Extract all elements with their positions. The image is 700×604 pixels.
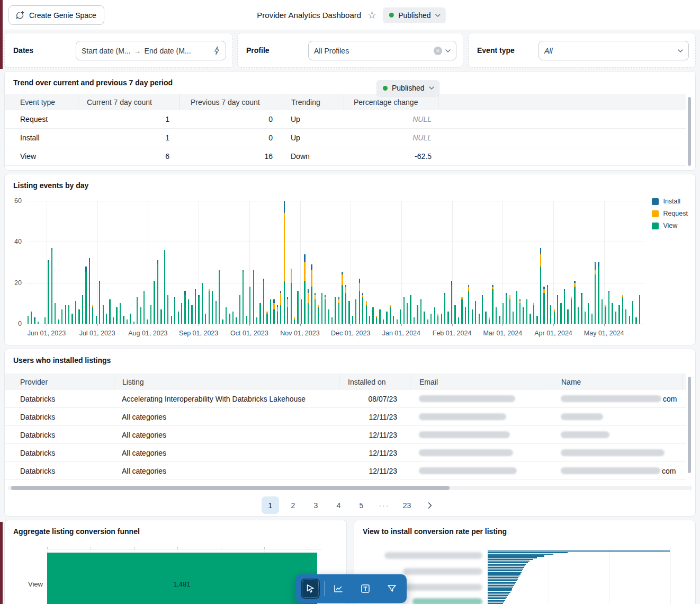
- legend-item[interactable]: View: [652, 222, 688, 229]
- stacked-bar: [447, 312, 448, 324]
- legend-item[interactable]: Install: [652, 198, 688, 205]
- stacked-bar: [143, 291, 145, 324]
- stacked-bar: [554, 309, 555, 324]
- x-axis-tick: [452, 324, 453, 326]
- x-axis-tick-label: May 01, 2024: [584, 330, 624, 337]
- view-segment: [414, 317, 415, 324]
- stacked-bar: [249, 287, 250, 324]
- stacked-bar: [454, 305, 455, 324]
- clear-selection-icon[interactable]: ✕: [434, 47, 442, 55]
- event-type-select[interactable]: All: [539, 41, 689, 60]
- email-cell: [410, 444, 552, 461]
- horizontal-scrollbar-thumb[interactable]: [11, 486, 450, 490]
- view-segment: [58, 319, 59, 324]
- table-cell: [438, 110, 686, 128]
- stacked-bar: [547, 285, 548, 324]
- view-segment: [379, 309, 380, 324]
- stacked-bar: [595, 262, 596, 324]
- pagination-page-2[interactable]: 2: [284, 496, 302, 514]
- pagination-page-23[interactable]: 23: [398, 496, 416, 514]
- lightning-icon[interactable]: [213, 46, 220, 55]
- trend-publish-status-dropdown[interactable]: Published: [376, 80, 439, 96]
- col-header[interactable]: Installed on: [339, 374, 410, 390]
- stacked-bar: [410, 295, 411, 324]
- pagination-page-3[interactable]: 3: [307, 496, 325, 514]
- view-segment: [386, 312, 387, 324]
- stacked-bar: [403, 297, 405, 324]
- x-axis-tick-label: Jul 01, 2023: [79, 330, 115, 337]
- stacked-bar: [536, 316, 537, 324]
- view-segment: [591, 314, 593, 324]
- table-row: DatabricksAll categories12/11/23: [5, 426, 686, 444]
- vertical-scrollbar[interactable]: [688, 377, 691, 473]
- stacked-bar: [174, 297, 175, 324]
- y-axis-tick-label: 60: [14, 197, 22, 205]
- stacked-bar: [137, 297, 138, 324]
- profile-select[interactable]: All Profiles ✕: [308, 41, 456, 60]
- col-header[interactable]: Previous 7 day count: [180, 94, 283, 110]
- provider-cell: Databricks: [5, 444, 114, 461]
- date-range-input[interactable]: Start date (M... → End date (M...: [76, 41, 226, 60]
- view-segment: [89, 262, 90, 324]
- col-header[interactable]: Trending: [283, 94, 344, 110]
- x-axis-tick: [553, 324, 554, 326]
- gridline: [47, 201, 47, 324]
- funnel-bar-view[interactable]: [47, 553, 317, 604]
- favorite-star-icon[interactable]: ☆: [367, 10, 376, 20]
- conversion-card-title: View to install conversion rate per list…: [363, 527, 507, 536]
- stacked-bar: [65, 305, 66, 324]
- install-segment: [85, 267, 86, 273]
- view-segment: [315, 299, 316, 324]
- pagination-next-button[interactable]: [421, 496, 438, 514]
- col-header[interactable]: Listing: [114, 374, 339, 390]
- view-segment: [468, 291, 469, 324]
- stacked-bar: [444, 293, 445, 324]
- view-segment: [536, 316, 537, 324]
- pagination-page-5[interactable]: 5: [353, 496, 370, 514]
- view-segment: [318, 307, 319, 324]
- stacked-bar: [499, 316, 500, 324]
- legend-item[interactable]: Request: [652, 210, 688, 217]
- view-segment: [595, 274, 596, 324]
- pagination-page-1[interactable]: 1: [262, 496, 279, 514]
- redacted-email: [419, 395, 515, 402]
- stacked-bar: [591, 314, 593, 324]
- filter-funnel-tool[interactable]: [382, 579, 401, 599]
- install-segment: [284, 201, 285, 213]
- listing-events-chart[interactable]: 0204060Jun 01, 2023Jul 01, 2023Aug 01, 2…: [26, 201, 645, 325]
- view-segment: [171, 316, 172, 324]
- event-type-filter-card: Event type All: [468, 33, 696, 68]
- col-header[interactable]: Event type: [5, 94, 78, 110]
- view-segment: [475, 301, 476, 324]
- stacked-bar: [38, 322, 39, 324]
- text-box-tool[interactable]: [355, 579, 374, 599]
- table-cell: 6: [78, 147, 180, 165]
- col-header[interactable]: Current 7 day count: [78, 94, 180, 110]
- pagination-page-4[interactable]: 4: [330, 496, 347, 514]
- stacked-bar: [92, 305, 93, 324]
- publish-status-dropdown[interactable]: Published: [383, 7, 446, 23]
- view-segment: [174, 299, 175, 324]
- view-segment: [157, 264, 158, 324]
- cursor-select-tool[interactable]: [301, 579, 320, 599]
- conversion-bar: [488, 587, 513, 588]
- window-edge-strip-bottom: [0, 522, 3, 604]
- view-segment: [167, 295, 168, 324]
- view-segment: [55, 303, 56, 324]
- view-segment: [181, 303, 182, 324]
- view-segment: [195, 291, 196, 324]
- listing-cell: All categories: [114, 426, 339, 443]
- col-header[interactable]: Percentage change: [344, 94, 438, 110]
- view-segment: [437, 316, 438, 324]
- create-genie-space-button[interactable]: Create Genie Space: [8, 5, 104, 25]
- conversion-bar: [488, 572, 522, 573]
- email-cell: [410, 390, 552, 407]
- col-header[interactable]: Name: [552, 374, 683, 390]
- vertical-scrollbar[interactable]: [688, 97, 691, 166]
- view-segment: [574, 287, 575, 324]
- col-header[interactable]: Provider: [5, 374, 114, 390]
- view-segment: [618, 305, 620, 324]
- line-chart-tool[interactable]: [329, 579, 348, 599]
- view-segment: [506, 295, 507, 324]
- col-header[interactable]: Email: [410, 374, 552, 390]
